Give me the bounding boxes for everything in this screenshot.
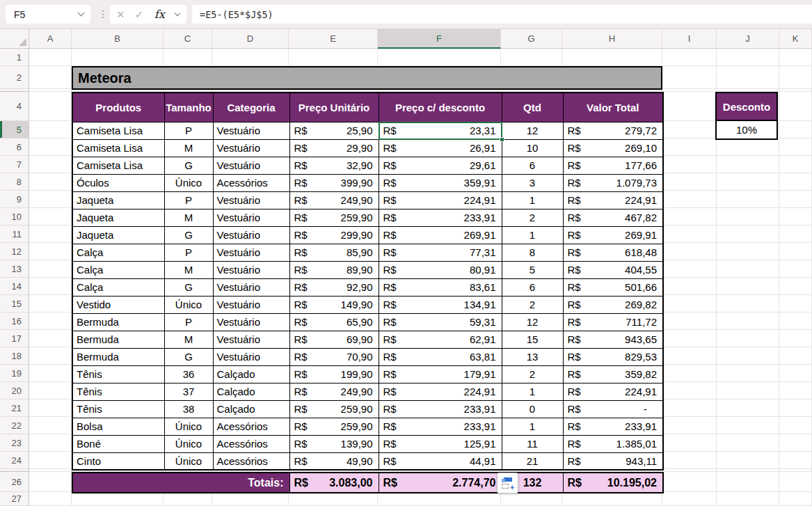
- table-header-preco_unitario[interactable]: Preço Unitário: [289, 93, 379, 122]
- column-header-K[interactable]: K: [779, 29, 812, 49]
- cell-qtd[interactable]: 2: [502, 365, 563, 383]
- cell-qtd[interactable]: 1: [502, 418, 563, 435]
- cell[interactable]: [29, 452, 72, 469]
- cell-categoria[interactable]: Vestuário: [213, 191, 289, 209]
- cell-qtd[interactable]: 12: [502, 313, 563, 331]
- cell[interactable]: [289, 49, 378, 66]
- cell[interactable]: [29, 208, 72, 226]
- cell-categoria[interactable]: Acessórios: [213, 174, 289, 191]
- cell[interactable]: [662, 365, 717, 382]
- cell[interactable]: [29, 313, 72, 330]
- cell-produto[interactable]: Cinto: [72, 452, 164, 470]
- cell-preco_unitario[interactable]: R$85,90: [289, 244, 379, 261]
- insert-function-icon[interactable]: fx: [154, 8, 165, 21]
- cell[interactable]: [29, 295, 72, 313]
- cell-preco_desconto[interactable]: R$59,31: [379, 313, 502, 331]
- cell-categoria[interactable]: Vestuário: [213, 348, 289, 365]
- cell-valor_total[interactable]: R$233,91: [563, 418, 663, 435]
- cell-categoria[interactable]: Vestuário: [213, 209, 289, 226]
- cell-qtd[interactable]: 2: [502, 209, 563, 226]
- cell[interactable]: [29, 139, 72, 156]
- cell[interactable]: [29, 173, 72, 191]
- cell-preco_unitario[interactable]: R$199,90: [289, 365, 379, 383]
- cell-preco_desconto[interactable]: R$62,91: [379, 331, 502, 348]
- cell-qtd[interactable]: 8: [502, 244, 563, 261]
- cell[interactable]: [717, 452, 779, 469]
- cell[interactable]: [717, 208, 779, 226]
- cell-valor_total[interactable]: R$618,48: [563, 244, 663, 261]
- cell-valor_total[interactable]: R$224,91: [563, 191, 663, 209]
- name-box[interactable]: F5: [6, 5, 90, 24]
- cell[interactable]: [289, 492, 378, 506]
- cell[interactable]: [662, 417, 717, 434]
- cell-preco_desconto[interactable]: R$233,91: [379, 418, 502, 435]
- cell[interactable]: [779, 260, 812, 278]
- cell-tamanho[interactable]: 38: [164, 400, 213, 418]
- row-header-11[interactable]: 11: [0, 226, 29, 243]
- cell[interactable]: [779, 400, 812, 417]
- cell-categoria[interactable]: Acessórios: [213, 418, 289, 435]
- selected-cell[interactable]: R$23,31: [379, 122, 502, 139]
- cell-tamanho[interactable]: 36: [164, 365, 213, 383]
- row-header-8[interactable]: 8: [0, 173, 29, 191]
- column-header-G[interactable]: G: [501, 29, 562, 49]
- cell-preco_unitario[interactable]: R$139,90: [289, 435, 379, 452]
- cell[interactable]: [779, 66, 812, 89]
- cell-tamanho[interactable]: G: [164, 348, 213, 365]
- cell-preco_unitario[interactable]: R$399,90: [289, 174, 379, 191]
- cell-tamanho[interactable]: M: [164, 331, 213, 348]
- table-header-preco_desconto[interactable]: Preço c/ desconto: [379, 93, 502, 122]
- cell-valor_total[interactable]: R$-: [563, 400, 663, 418]
- cell[interactable]: [29, 400, 72, 417]
- cell-tamanho[interactable]: P: [164, 313, 213, 331]
- cell-preco_unitario[interactable]: R$259,90: [289, 400, 379, 418]
- cell-tamanho[interactable]: 37: [164, 383, 213, 400]
- cell[interactable]: [662, 434, 717, 452]
- cell[interactable]: [717, 66, 779, 89]
- cell[interactable]: [662, 208, 717, 226]
- cell[interactable]: [717, 49, 779, 66]
- cell-categoria[interactable]: Vestuário: [213, 313, 289, 331]
- cell-tamanho[interactable]: M: [164, 209, 213, 226]
- column-header-B[interactable]: B: [72, 29, 164, 49]
- row-header-1[interactable]: 1: [0, 49, 29, 66]
- cell-preco_desconto[interactable]: R$63,81: [379, 348, 502, 365]
- cell-valor_total[interactable]: R$269,91: [563, 226, 663, 244]
- cell-produto[interactable]: Camiseta Lisa: [72, 122, 164, 139]
- fill-handle[interactable]: [500, 137, 504, 142]
- column-header-C[interactable]: C: [164, 29, 212, 49]
- cell[interactable]: [29, 260, 72, 278]
- cell[interactable]: [779, 49, 812, 66]
- cell[interactable]: [779, 278, 812, 295]
- cell-categoria[interactable]: Acessórios: [213, 435, 289, 452]
- column-header-H[interactable]: H: [562, 29, 662, 49]
- cell-valor_total[interactable]: R$177,66: [563, 157, 663, 174]
- cell-produto[interactable]: Óculos: [72, 174, 164, 191]
- cell[interactable]: [29, 66, 72, 89]
- cell[interactable]: [662, 173, 717, 191]
- cell[interactable]: [717, 434, 779, 452]
- autofill-options-button[interactable]: +: [497, 473, 518, 493]
- cell-preco_desconto[interactable]: R$125,91: [379, 435, 502, 452]
- row-header-10[interactable]: 10: [0, 208, 29, 226]
- cell[interactable]: [717, 243, 779, 260]
- cell[interactable]: [29, 330, 72, 347]
- cell[interactable]: [662, 452, 717, 469]
- row-header-27[interactable]: 27: [0, 492, 29, 506]
- cell-qtd[interactable]: 6: [502, 278, 563, 296]
- cell[interactable]: [779, 365, 812, 382]
- cell-categoria[interactable]: Calçado: [213, 383, 289, 400]
- cell[interactable]: [662, 226, 717, 243]
- cell-qtd[interactable]: 15: [502, 331, 563, 348]
- row-header-20[interactable]: 20: [0, 382, 29, 400]
- cell-preco_desconto[interactable]: R$44,91: [379, 452, 502, 470]
- cell[interactable]: [717, 313, 779, 330]
- cell[interactable]: [662, 66, 717, 89]
- cell-produto[interactable]: Tênis: [72, 400, 164, 418]
- cell-produto[interactable]: Calça: [72, 278, 164, 296]
- cell-tamanho[interactable]: M: [164, 139, 213, 157]
- cell[interactable]: [662, 382, 717, 400]
- column-header-J[interactable]: J: [717, 29, 779, 49]
- cell-valor_total[interactable]: R$224,91: [563, 383, 663, 400]
- column-header-I[interactable]: I: [662, 29, 717, 49]
